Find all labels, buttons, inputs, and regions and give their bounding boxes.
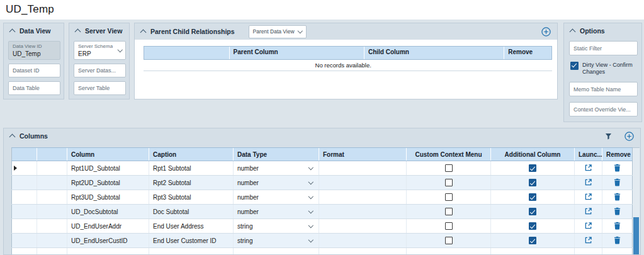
- additional-column-checkbox[interactable]: [529, 222, 536, 230]
- chevron-up-icon[interactable]: [75, 29, 81, 35]
- data-type-cell[interactable]: number: [234, 161, 319, 176]
- caption-cell[interactable]: Rpt1 Subtotal: [149, 161, 234, 176]
- panel-server-view-header[interactable]: Server View: [69, 23, 129, 38]
- grid-row[interactable]: UD_EndUserAddrEnd User Addressstring: [12, 219, 633, 234]
- data-type-cell[interactable]: number: [234, 190, 319, 205]
- header-cell-launch[interactable]: Launc...: [575, 148, 602, 161]
- custom-context-menu-checkbox[interactable]: [445, 222, 453, 230]
- row-selector-cell[interactable]: [12, 205, 37, 219]
- remove-cell[interactable]: [602, 161, 633, 176]
- data-type-select[interactable]: string: [237, 223, 315, 230]
- header-cell-additional-column[interactable]: Additional Column: [491, 148, 575, 161]
- server-dataset-field[interactable]: Server Datas...: [74, 64, 126, 77]
- launch-cell[interactable]: [575, 205, 602, 219]
- column-cell[interactable]: UD_DocSubtotal: [67, 205, 149, 219]
- chevron-up-icon[interactable]: [9, 29, 16, 35]
- chevron-up-icon[interactable]: [140, 30, 147, 36]
- memo-table-name-field[interactable]: Memo Table Name: [569, 82, 638, 96]
- grid-row[interactable]: UD_DocSubtotalDoc Subtotalnumber: [12, 205, 633, 219]
- remove-cell[interactable]: [602, 219, 633, 234]
- caption-cell[interactable]: Rpt3 Subtotal: [149, 190, 234, 205]
- column-cell[interactable]: UD_EndUserAddr: [67, 219, 149, 234]
- row-selector-cell[interactable]: [12, 190, 37, 205]
- context-override-field[interactable]: Context Override Vie...: [569, 102, 638, 116]
- grid-row[interactable]: Rpt1UD_SubtotalRpt1 Subtotalnumber: [12, 161, 633, 176]
- column-cell[interactable]: UD_EndUserCustID: [67, 234, 149, 248]
- dirty-view-checkbox[interactable]: [570, 62, 579, 70]
- additional-column-checkbox[interactable]: [529, 193, 536, 201]
- column-cell[interactable]: Rpt1UD_Subtotal: [67, 161, 149, 176]
- format-cell[interactable]: [319, 219, 407, 234]
- filter-button[interactable]: [605, 133, 612, 140]
- remove-cell[interactable]: [602, 234, 633, 248]
- format-cell[interactable]: [319, 234, 407, 248]
- add-column-button[interactable]: [624, 132, 634, 141]
- data-table-field[interactable]: Data Table: [8, 81, 60, 95]
- custom-context-menu-checkbox[interactable]: [445, 237, 453, 244]
- row-selector-cell[interactable]: [12, 161, 37, 176]
- column-cell[interactable]: Rpt3UD_Subtotal: [67, 190, 149, 205]
- data-type-select[interactable]: number: [237, 194, 315, 201]
- custom-context-menu-checkbox[interactable]: [445, 164, 453, 172]
- chevron-up-icon[interactable]: [570, 29, 576, 35]
- row-selector-cell[interactable]: [12, 176, 37, 190]
- data-type-cell[interactable]: number: [234, 205, 319, 219]
- data-type-select[interactable]: number: [237, 165, 315, 172]
- caption-cell[interactable]: Doc Subtotal: [149, 205, 234, 219]
- parent-data-view-select[interactable]: Parent Data View: [249, 25, 307, 38]
- custom-context-menu-checkbox[interactable]: [445, 208, 453, 215]
- panel-parent-child-header[interactable]: Parent Child Relationships Parent Data V…: [135, 23, 557, 40]
- caption-cell[interactable]: End User Customer ID: [149, 234, 234, 248]
- header-cell-data-type[interactable]: Data Type: [234, 148, 319, 161]
- row-selector-cell[interactable]: [12, 219, 37, 234]
- data-type-cell[interactable]: string: [234, 234, 319, 248]
- launch-cell[interactable]: [575, 176, 602, 190]
- caption-cell[interactable]: End User Address: [149, 219, 234, 234]
- header-cell-remove[interactable]: Remove: [602, 148, 633, 161]
- vertical-scrollbar[interactable]: [633, 147, 640, 254]
- format-cell[interactable]: [319, 205, 407, 219]
- header-cell-custom-context-menu[interactable]: Custom Context Menu: [407, 148, 491, 161]
- launch-cell[interactable]: [575, 161, 602, 176]
- launch-cell[interactable]: [575, 219, 602, 234]
- additional-column-checkbox[interactable]: [529, 237, 536, 244]
- format-cell[interactable]: [319, 161, 407, 176]
- additional-column-checkbox[interactable]: [529, 208, 536, 215]
- grid-row[interactable]: UD_EndUserCustIDEnd User Customer IDstri…: [12, 234, 633, 248]
- header-cell-column[interactable]: Column: [67, 148, 149, 161]
- custom-context-menu-checkbox[interactable]: [445, 179, 453, 186]
- chevron-up-icon[interactable]: [9, 134, 16, 140]
- data-type-select[interactable]: string: [237, 237, 315, 244]
- launch-cell[interactable]: [575, 234, 602, 248]
- grid-row[interactable]: Rpt2UD_SubtotalRpt2 Subtotalnumber: [12, 176, 633, 190]
- panel-options-header[interactable]: Options: [564, 23, 641, 38]
- header-cell-caption[interactable]: Caption: [149, 148, 234, 161]
- dataset-id-field[interactable]: Dataset ID: [8, 64, 60, 77]
- additional-column-checkbox[interactable]: [529, 179, 536, 186]
- panel-data-view-header[interactable]: Data View: [4, 23, 64, 38]
- grid-row[interactable]: Rpt3UD_SubtotalRpt3 Subtotalnumber: [12, 190, 633, 205]
- format-cell[interactable]: [319, 176, 407, 190]
- column-cell[interactable]: Rpt2UD_Subtotal: [67, 176, 149, 190]
- header-cell-format[interactable]: Format: [319, 148, 407, 161]
- launch-cell[interactable]: [575, 190, 602, 205]
- data-type-cell[interactable]: number: [234, 176, 319, 190]
- format-cell[interactable]: [319, 190, 407, 205]
- remove-cell[interactable]: [602, 190, 633, 205]
- server-table-field[interactable]: Server Table: [74, 81, 126, 95]
- row-selector-cell[interactable]: [12, 234, 37, 248]
- static-filter-field[interactable]: Static Filter: [569, 41, 638, 55]
- panel-columns-header[interactable]: Columns: [4, 128, 640, 144]
- add-relationship-button[interactable]: [541, 27, 551, 37]
- data-type-select[interactable]: number: [237, 179, 315, 186]
- additional-column-checkbox[interactable]: [529, 164, 536, 172]
- remove-cell[interactable]: [602, 176, 633, 190]
- data-type-cell[interactable]: string: [234, 219, 319, 234]
- custom-context-menu-checkbox[interactable]: [445, 193, 453, 201]
- caption-cell[interactable]: Rpt2 Subtotal: [149, 176, 234, 190]
- server-schema-select[interactable]: Server Schema ERP: [74, 41, 126, 60]
- remove-cell[interactable]: [602, 205, 633, 219]
- data-type-select[interactable]: number: [237, 208, 315, 215]
- panel-title: Server View: [85, 27, 122, 35]
- scrollbar-thumb[interactable]: [633, 217, 639, 254]
